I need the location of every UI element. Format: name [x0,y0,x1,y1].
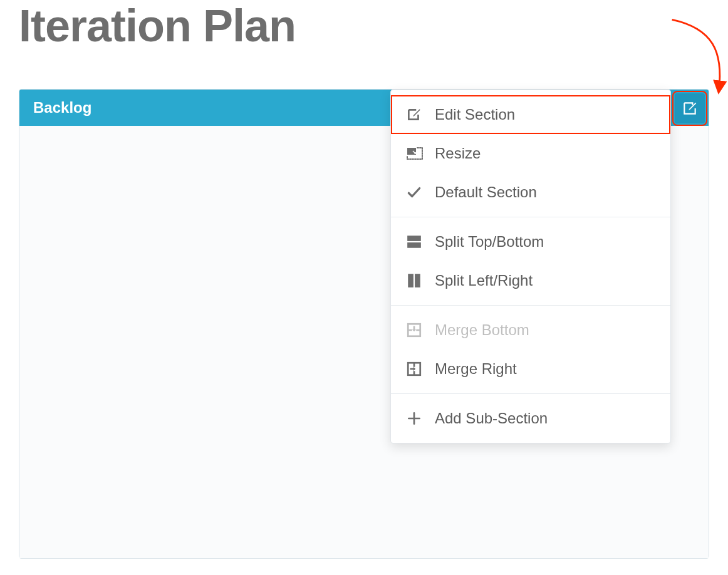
section-panel: Backlog [19,89,709,559]
menu-item-split-top-bottom[interactable]: Split Top/Bottom [391,222,670,261]
menu-item-edit-section[interactable]: Edit Section [391,95,670,134]
section-title: Backlog [33,99,91,117]
menu-item-split-left-right[interactable]: Split Left/Right [391,261,670,300]
plus-icon [406,410,435,427]
menu-item-label: Resize [435,145,655,162]
merge-right-icon [406,361,435,377]
edit-icon [682,100,698,117]
menu-item-default-section[interactable]: Default Section [391,173,670,212]
menu-item-label: Split Top/Bottom [435,233,655,251]
menu-group: Merge Bottom Merge Right [391,306,670,393]
menu-item-label: Edit Section [435,106,655,123]
edit-icon [406,106,435,123]
menu-item-resize[interactable]: Resize [391,134,670,173]
edit-section-toggle[interactable] [675,93,705,123]
menu-item-label: Split Left/Right [435,272,655,289]
svg-rect-4 [415,274,420,288]
check-icon [406,184,435,200]
section-menu: Edit Section Resize [390,90,671,443]
menu-item-label: Merge Right [435,360,655,378]
svg-rect-2 [407,242,421,248]
split-horizontal-icon [406,234,435,250]
menu-group: Edit Section Resize [391,90,670,217]
menu-group: Split Top/Bottom Split Left/Right [391,217,670,305]
page-title: Iteration Plan [19,0,709,51]
menu-item-label: Default Section [435,184,655,201]
menu-group: Add Sub-Section [391,394,670,443]
menu-item-label: Merge Bottom [435,321,655,339]
menu-item-merge-bottom: Merge Bottom [391,311,670,350]
resize-icon [406,146,435,161]
menu-item-merge-right[interactable]: Merge Right [391,350,670,388]
svg-rect-1 [407,236,421,241]
menu-item-add-sub-section[interactable]: Add Sub-Section [391,399,670,438]
split-vertical-icon [406,272,435,289]
menu-item-label: Add Sub-Section [435,410,655,427]
svg-rect-3 [408,274,413,288]
merge-bottom-icon [406,322,435,338]
